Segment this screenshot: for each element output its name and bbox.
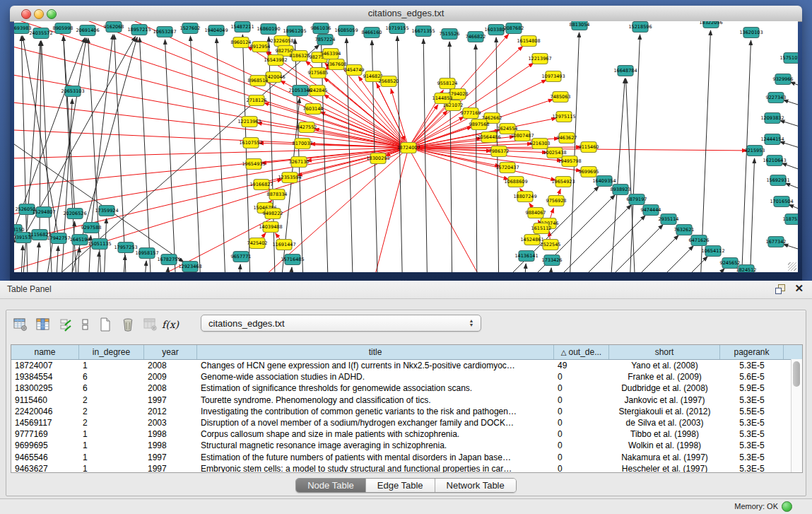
graph-node[interactable]: 18807249 bbox=[513, 192, 536, 202]
graph-node[interactable]: 18961205 bbox=[283, 26, 306, 37]
graph-node[interactable]: 24035572 bbox=[29, 28, 52, 39]
column-header-pagerank[interactable]: pagerank bbox=[720, 345, 784, 359]
graph-node[interactable]: 1615112 bbox=[531, 223, 552, 234]
select-all-button[interactable] bbox=[54, 315, 77, 334]
graph-node[interactable]: 16210643 bbox=[763, 156, 786, 166]
graph-node[interactable]: 6216303 bbox=[530, 139, 551, 149]
graph-node[interactable]: 12093832 bbox=[760, 113, 784, 124]
graph-node[interactable]: 3267130 bbox=[289, 157, 310, 168]
graph-node[interactable]: 15487211 bbox=[230, 22, 254, 33]
graph-node[interactable]: 1187532 bbox=[783, 214, 798, 225]
graph-node[interactable]: 2522545 bbox=[541, 240, 561, 250]
graph-node[interactable]: 12975115 bbox=[552, 112, 575, 122]
graph-node[interactable]: 1677342 bbox=[766, 237, 787, 247]
graph-node[interactable]: 12923468 bbox=[178, 262, 201, 272]
graph-node[interactable]: 7603144 bbox=[303, 104, 324, 115]
window-titlebar[interactable]: citations_edges.txt bbox=[10, 6, 802, 22]
graph-node[interactable]: 16409354 bbox=[592, 176, 616, 187]
graph-node[interactable]: 6879197 bbox=[627, 194, 647, 205]
table-select-dropdown[interactable]: citations_edges.txt ▲ ▼ bbox=[201, 315, 481, 332]
table-options-button[interactable] bbox=[9, 315, 32, 334]
graph-node[interactable]: 6471626 bbox=[689, 235, 710, 246]
show-columns-button[interactable] bbox=[32, 315, 54, 334]
graph-node[interactable]: 9463627 bbox=[557, 133, 577, 144]
graph-node[interactable]: 9498222 bbox=[263, 209, 283, 219]
graph-node[interactable]: 9861036 bbox=[311, 23, 331, 34]
delete-table-button[interactable] bbox=[139, 315, 162, 334]
graph-node[interactable]: 23226058 bbox=[270, 36, 293, 47]
graph-node[interactable]: 9162068 bbox=[104, 22, 124, 33]
graph-node[interactable]: 9884067 bbox=[526, 208, 546, 218]
graph-node[interactable]: 1824512 bbox=[736, 265, 757, 273]
table-row[interactable]: 911546021997Tourette syndrome. Phenomeno… bbox=[11, 395, 802, 406]
graph-node[interactable]: 7632621 bbox=[674, 225, 695, 235]
graph-node[interactable]: 9297588 bbox=[81, 223, 102, 233]
table-row[interactable]: 946362711997Embryonic stem cells: a mode… bbox=[11, 463, 802, 473]
graph-node[interactable]: 9474444 bbox=[641, 205, 661, 216]
network-view[interactable]: 1872400789601248912954232260589827503818… bbox=[14, 21, 798, 272]
graph-node[interactable]: 7515526 bbox=[440, 29, 460, 40]
graph-node[interactable]: 20206526 bbox=[63, 209, 86, 219]
graph-node[interactable]: 9897568 bbox=[469, 119, 490, 130]
graph-node[interactable]: 8905998 bbox=[53, 23, 73, 34]
graph-node[interactable]: 11691447 bbox=[272, 240, 295, 250]
graph-node[interactable]: 16671355 bbox=[411, 26, 435, 37]
graph-node[interactable]: 17957253 bbox=[114, 243, 137, 253]
column-header-in_degree[interactable]: in_degree bbox=[79, 345, 144, 359]
graph-node[interactable]: 15218596 bbox=[628, 22, 652, 33]
graph-node[interactable]: 2087682 bbox=[504, 23, 524, 34]
graph-node[interactable]: 8813054 bbox=[570, 21, 590, 30]
graph-node[interactable]: 9329966 bbox=[773, 74, 794, 85]
graph-node[interactable]: 9175685 bbox=[308, 68, 329, 78]
table-row[interactable]: 969969511998Structural magnetic resonanc… bbox=[11, 440, 802, 451]
graph-node[interactable]: 8454749 bbox=[344, 65, 365, 76]
table-vertical-scrollbar[interactable] bbox=[791, 359, 802, 472]
row-height-button[interactable] bbox=[77, 315, 94, 334]
graph-node[interactable]: 2718126 bbox=[247, 95, 267, 106]
table-row[interactable]: 946554611997Estimation of the future num… bbox=[11, 452, 802, 463]
graph-node[interactable]: 10958157 bbox=[135, 248, 158, 259]
graph-node[interactable]: 16085059 bbox=[334, 25, 358, 36]
graph-node[interactable]: 2568520 bbox=[379, 76, 399, 87]
graph-node[interactable]: 12213967 bbox=[528, 54, 551, 64]
function-builder-button[interactable]: f(x) bbox=[162, 315, 179, 334]
graph-node[interactable]: 1527602 bbox=[180, 23, 201, 34]
graph-node[interactable]: 10654112 bbox=[701, 246, 724, 257]
graph-node[interactable]: 8466160 bbox=[362, 28, 382, 38]
graph-node[interactable]: 8878334 bbox=[267, 189, 288, 200]
graph-node[interactable]: 8960124 bbox=[231, 37, 252, 48]
graph-node[interactable]: 8215953 bbox=[745, 146, 765, 156]
graph-node[interactable]: 1144853 bbox=[433, 93, 453, 104]
graph-node[interactable]: 20691406 bbox=[76, 25, 99, 36]
graph-node[interactable]: 1733426 bbox=[542, 255, 563, 266]
graph-node[interactable]: 5463394 bbox=[321, 49, 341, 59]
delete-column-button[interactable] bbox=[117, 315, 139, 334]
table-row[interactable]: 1830029562008Estimation of significance … bbox=[11, 382, 802, 394]
graph-node[interactable]: 7485063 bbox=[551, 92, 571, 103]
graph-node[interactable]: 18322056 bbox=[699, 21, 722, 28]
graph-node[interactable]: 2935114 bbox=[659, 214, 679, 225]
graph-node[interactable]: 16648784 bbox=[613, 66, 637, 76]
graph-node[interactable]: 19654935 bbox=[242, 159, 265, 170]
resize-grip[interactable] bbox=[788, 262, 796, 271]
graph-node[interactable]: 9227343 bbox=[766, 93, 787, 103]
column-header-name[interactable]: name bbox=[11, 345, 79, 359]
graph-node[interactable]: 7857224 bbox=[315, 35, 336, 45]
graph-node[interactable]: 15716485 bbox=[281, 255, 304, 265]
graph-node[interactable]: 12213963 bbox=[237, 117, 261, 127]
graph-node[interactable]: 9777169 bbox=[461, 108, 481, 119]
graph-node[interactable]: 1624554 bbox=[498, 124, 518, 134]
graph-node[interactable]: 16782759 bbox=[157, 255, 180, 265]
graph-node[interactable]: 1645194 bbox=[70, 235, 90, 245]
graph-node[interactable]: 7986372 bbox=[489, 146, 510, 157]
graph-node[interactable]: 8170037 bbox=[293, 139, 313, 149]
graph-node[interactable]: 18957215 bbox=[127, 25, 151, 35]
graph-node[interactable]: 16107552 bbox=[239, 138, 262, 148]
graph-node[interactable]: 19404049 bbox=[204, 25, 228, 36]
graph-node[interactable]: 16154808 bbox=[517, 36, 540, 47]
table-row[interactable]: 1938455462009Genome-wide association stu… bbox=[11, 371, 802, 382]
column-header-year[interactable]: year bbox=[144, 345, 197, 359]
graph-node[interactable]: 9657771 bbox=[231, 252, 252, 262]
tab-node-table[interactable]: Node Table bbox=[296, 479, 366, 492]
graph-node[interactable]: 19654923 bbox=[551, 177, 575, 187]
